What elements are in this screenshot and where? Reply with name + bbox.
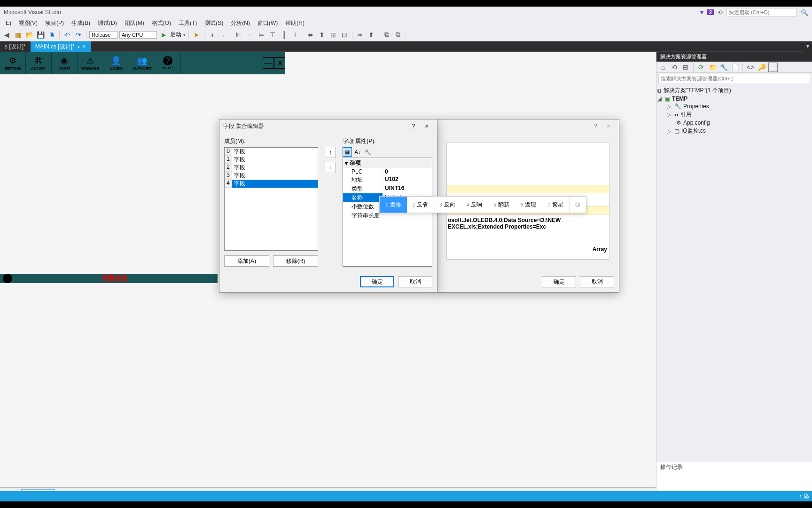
size-2-icon[interactable]: ⬍ bbox=[367, 30, 376, 40]
config-select[interactable]: Release bbox=[89, 31, 117, 39]
properties-icon[interactable]: 🔧 bbox=[719, 63, 728, 72]
start-button[interactable]: 启动 bbox=[170, 31, 181, 39]
app-login-button[interactable]: 👤 LOGIN bbox=[103, 52, 129, 74]
app-warning-button[interactable]: ⚠ WARNING bbox=[78, 52, 103, 74]
play-icon[interactable]: ▶ bbox=[159, 30, 168, 40]
spacing-1-icon[interactable]: ⊞ bbox=[328, 30, 338, 40]
align-right-icon[interactable]: ⊨ bbox=[257, 30, 266, 40]
prop-type[interactable]: 类型UINT16 bbox=[343, 184, 432, 193]
cancel-button[interactable]: 取消 bbox=[580, 276, 614, 287]
menu-view[interactable]: 视图(V) bbox=[15, 18, 41, 28]
member-item-4[interactable]: 4字段 bbox=[225, 180, 318, 188]
member-item-1[interactable]: 1字段 bbox=[225, 156, 318, 164]
new-icon[interactable]: ▦ bbox=[13, 30, 23, 40]
menu-file[interactable]: E) bbox=[2, 19, 15, 27]
menu-tools[interactable]: 工具(T) bbox=[175, 18, 201, 28]
member-item-2[interactable]: 2字段 bbox=[225, 164, 318, 172]
align-left-icon[interactable]: ⊩ bbox=[234, 30, 243, 40]
show-all-icon[interactable]: 📁 bbox=[708, 63, 717, 72]
expander-icon[interactable]: ▷ bbox=[667, 128, 672, 135]
close-icon[interactable]: × bbox=[420, 122, 433, 130]
appconfig-node[interactable]: ⚙ App.config bbox=[657, 119, 811, 127]
menu-project[interactable]: 项目(P) bbox=[41, 18, 68, 28]
app-help-button[interactable]: ? HELP bbox=[155, 52, 181, 74]
menu-analyze[interactable]: 分析(N) bbox=[227, 18, 254, 28]
cancel-button[interactable]: 取消 bbox=[398, 276, 432, 287]
close-icon[interactable]: × bbox=[83, 43, 86, 50]
order-2-icon[interactable]: ⧉ bbox=[393, 30, 403, 40]
members-list[interactable]: 0字段 1字段 2字段 3字段 4字段 bbox=[224, 147, 318, 251]
back-icon[interactable]: ◀ bbox=[2, 30, 11, 40]
save-icon[interactable]: 💾 bbox=[36, 30, 45, 40]
quick-launch-input[interactable] bbox=[726, 8, 797, 16]
solution-search-input[interactable] bbox=[658, 74, 810, 83]
ime-candidate-7[interactable]: 7繁星 bbox=[542, 197, 569, 213]
menu-debug[interactable]: 调试(D) bbox=[94, 18, 121, 28]
menu-build[interactable]: 生成(B) bbox=[68, 18, 94, 28]
open-icon[interactable]: 📂 bbox=[24, 30, 34, 40]
home-icon[interactable]: ⌂ bbox=[658, 63, 668, 72]
ime-candidate-2[interactable]: 2反省 bbox=[407, 197, 434, 213]
dist-h-icon[interactable]: ⬌ bbox=[306, 30, 315, 40]
menu-team[interactable]: 团队(M) bbox=[121, 18, 148, 28]
view-icon[interactable]: 🔑 bbox=[757, 63, 766, 72]
remove-button[interactable]: 移除(R) bbox=[273, 255, 318, 267]
ime-candidate-bar[interactable]: 1返修 2反省 3反向 4反响 5翻新 6返现 7繁星 ☺ bbox=[379, 196, 586, 213]
app-authority-button[interactable]: 👥 AUTHORIT bbox=[129, 52, 155, 74]
flag-icon[interactable]: ▾ bbox=[700, 8, 703, 16]
align-middle-icon[interactable]: ╫ bbox=[279, 30, 289, 40]
menu-test[interactable]: 测试(S) bbox=[201, 18, 227, 28]
preview-icon[interactable]: 📄 bbox=[730, 63, 740, 72]
help-icon[interactable]: ? bbox=[589, 122, 602, 130]
save-all-icon[interactable]: 🗎 bbox=[47, 30, 56, 40]
ime-candidate-3[interactable]: 3反向 bbox=[434, 197, 461, 213]
back-dialog-titlebar[interactable]: ? × bbox=[437, 119, 619, 133]
sync-icon[interactable]: ⟲ bbox=[670, 63, 679, 72]
add-button[interactable]: ↑ 添 bbox=[796, 491, 812, 502]
prop-address[interactable]: 地址U102 bbox=[343, 175, 432, 184]
categorized-icon[interactable]: ▦ bbox=[343, 147, 352, 157]
expander-icon[interactable]: ◢ bbox=[657, 95, 663, 102]
close-icon[interactable]: × bbox=[602, 122, 615, 130]
ime-candidate-6[interactable]: 6返现 bbox=[515, 197, 542, 213]
align-1-icon[interactable]: ⫞ bbox=[207, 30, 217, 40]
category-misc[interactable]: ▾杂项 bbox=[343, 158, 432, 168]
expander-icon[interactable]: ▷ bbox=[667, 103, 672, 110]
prop-plc[interactable]: PLC0 bbox=[343, 168, 432, 175]
ime-candidate-5[interactable]: 5翻新 bbox=[488, 197, 515, 213]
feedback-icon[interactable]: ⟲ bbox=[718, 9, 723, 16]
notification-badge[interactable]: 2 bbox=[707, 9, 714, 15]
align-top-icon[interactable]: ⊤ bbox=[268, 30, 277, 40]
close-icon[interactable]: ✕ bbox=[274, 57, 285, 69]
order-1-icon[interactable]: ⧉ bbox=[382, 30, 391, 40]
move-down-button[interactable]: ↓ bbox=[325, 162, 336, 173]
properties-node[interactable]: ▷ 🔧 Properties bbox=[657, 103, 811, 110]
collapse-icon[interactable]: ⊟ bbox=[681, 63, 690, 72]
align-2-icon[interactable]: ⫟ bbox=[219, 30, 228, 40]
emoji-icon[interactable]: ☺ bbox=[569, 197, 586, 213]
refresh-icon[interactable]: ⟳ bbox=[696, 63, 706, 72]
move-up-button[interactable]: ↑ bbox=[325, 147, 336, 158]
align-center-icon[interactable]: ⫠ bbox=[245, 30, 255, 40]
expander-icon[interactable]: ▷ bbox=[667, 111, 672, 118]
references-node[interactable]: ▷ ▪▪ 引用 bbox=[657, 110, 811, 119]
redo-icon[interactable]: ↷ bbox=[74, 30, 83, 40]
code-icon[interactable]: <> bbox=[746, 63, 755, 72]
platform-select[interactable]: Any CPU bbox=[119, 31, 157, 39]
wrench-icon[interactable]: 🔧 bbox=[363, 147, 373, 157]
member-item-0[interactable]: 0字段 bbox=[225, 148, 318, 156]
dialog-titlebar[interactable]: 字段 集合编辑器 ? × bbox=[219, 119, 437, 133]
ime-candidate-1[interactable]: 1返修 bbox=[380, 197, 407, 213]
step-icon[interactable]: ➤ bbox=[192, 30, 201, 40]
tab-overflow-icon[interactable]: ▾ bbox=[804, 41, 812, 52]
align-bottom-icon[interactable]: ⊥ bbox=[290, 30, 300, 40]
project-node[interactable]: ◢ ▣ TEMP bbox=[657, 95, 811, 103]
tab-design-1[interactable]: s [设计]* bbox=[0, 41, 31, 52]
tab-main-cs[interactable]: MAIN.cs [设计]* ● × bbox=[31, 41, 91, 52]
solution-tree[interactable]: ⧉ 解决方案"TEMP"(1 个项目) ◢ ▣ TEMP ▷ 🔧 Propert… bbox=[656, 84, 812, 137]
app-inout-button[interactable]: ◉ INOUT bbox=[52, 52, 78, 74]
ok-button[interactable]: 确定 bbox=[360, 276, 394, 287]
solution-root[interactable]: ⧉ 解决方案"TEMP"(1 个项目) bbox=[657, 86, 811, 95]
app-adjust-button[interactable]: 🛠 ADJUST bbox=[26, 52, 52, 74]
menu-window[interactable]: 窗口(W) bbox=[254, 18, 281, 28]
